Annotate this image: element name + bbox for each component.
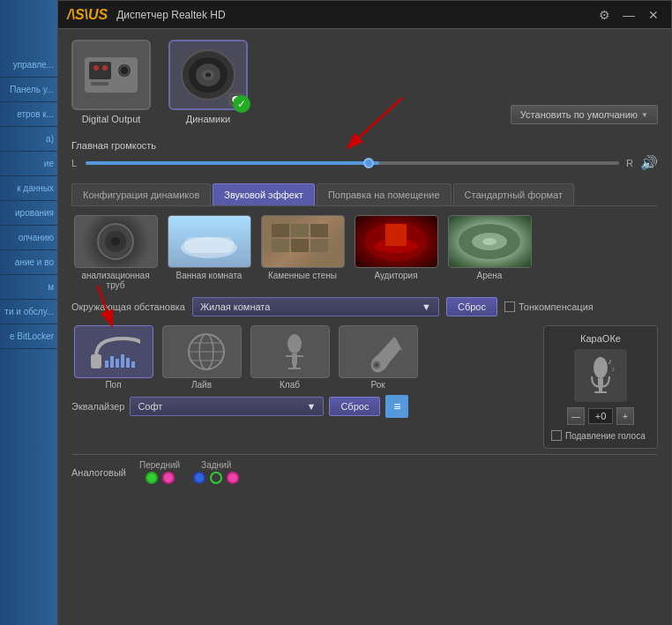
effect-canalization-thumb bbox=[74, 215, 158, 268]
eq-preset-live[interactable]: Лайв bbox=[160, 325, 243, 390]
titlebar: /\S\US Диспетчер Realtek HD ⚙ — ✕ bbox=[58, 1, 671, 29]
karaoke-minus-button[interactable]: — bbox=[567, 407, 585, 425]
effect-arena[interactable]: Арена bbox=[445, 215, 534, 290]
eq-preset-pop[interactable]: Поп bbox=[71, 325, 155, 390]
svg-rect-47 bbox=[292, 353, 297, 364]
svg-rect-39 bbox=[126, 358, 130, 368]
sidebar-item-5[interactable]: ие bbox=[0, 152, 57, 176]
sidebar-item-8[interactable]: олчанию bbox=[0, 226, 57, 250]
eq-preset-rock[interactable]: Рок bbox=[336, 325, 420, 390]
effect-bathroom-thumb bbox=[168, 215, 251, 268]
analog-front-ports: Передний bbox=[139, 460, 180, 484]
device-digital-output[interactable]: Digital Output bbox=[71, 40, 151, 124]
svg-rect-4 bbox=[91, 82, 108, 86]
content-area: Digital Output 💬 ✓ Динамики bbox=[58, 29, 671, 625]
environment-select[interactable]: Жилая комната ▼ bbox=[192, 297, 439, 316]
svg-rect-40 bbox=[131, 361, 135, 368]
svg-rect-22 bbox=[291, 239, 309, 252]
tonecomp-checkbox-item[interactable]: Тонкомпенсация bbox=[504, 301, 594, 312]
sidebar-item-11[interactable]: ти и обслу... bbox=[0, 300, 57, 324]
equalizer-reset-button[interactable]: Сброс bbox=[329, 397, 380, 416]
sidebar-item-6[interactable]: к данных bbox=[0, 176, 57, 201]
eq-dropdown-icon: ▼ bbox=[307, 401, 317, 412]
close-button[interactable]: ✕ bbox=[645, 8, 662, 22]
minimize-button[interactable]: — bbox=[620, 8, 638, 22]
analog-front-green-port[interactable] bbox=[146, 472, 158, 484]
tab-standard-format[interactable]: Стандартный формат bbox=[453, 183, 574, 205]
analog-back-green-port[interactable] bbox=[210, 472, 222, 484]
karaoke-section: КараОКе ♪ ♪ — +0 + bbox=[543, 325, 658, 449]
environment-reset-button[interactable]: Сброс bbox=[446, 297, 497, 316]
svg-rect-37 bbox=[116, 359, 119, 368]
sidebar-item-7[interactable]: ирования bbox=[0, 201, 57, 226]
device-speakers-icon-box: 💬 ✓ bbox=[168, 40, 248, 110]
karaoke-mic-icon: ♪ ♪ bbox=[574, 349, 627, 402]
sidebar-item-10[interactable]: м bbox=[0, 275, 57, 300]
device-speakers[interactable]: 💬 ✓ Динамики bbox=[168, 40, 248, 124]
tonecomp-checkbox[interactable] bbox=[504, 301, 515, 312]
volume-slider[interactable] bbox=[86, 156, 619, 170]
sidebar-item-2[interactable]: Панель у... bbox=[0, 78, 57, 102]
eq-preset-rock-label: Рок bbox=[370, 380, 385, 390]
analog-back-blue-port[interactable] bbox=[193, 472, 205, 484]
sidebar-item-12[interactable]: е BitLocker bbox=[0, 324, 57, 349]
karaoke-value: +0 bbox=[588, 408, 613, 424]
svg-point-52 bbox=[375, 363, 378, 367]
device-digital-output-icon-box bbox=[71, 40, 151, 110]
sidebar-item-1[interactable]: управле... bbox=[0, 53, 57, 78]
analog-back-pink-port[interactable] bbox=[227, 472, 239, 484]
volume-label: Главная громкость bbox=[71, 140, 658, 151]
eq-preset-club[interactable]: Клаб bbox=[248, 325, 332, 390]
effect-stone-label: Каменные стены bbox=[268, 271, 337, 280]
volume-thumb[interactable] bbox=[363, 158, 374, 168]
svg-rect-23 bbox=[310, 224, 328, 237]
svg-text:♪: ♪ bbox=[611, 365, 615, 373]
tab-speaker-config[interactable]: Конфигурация динамиков bbox=[71, 183, 211, 205]
analog-label: Аналоговый bbox=[71, 467, 126, 478]
effect-stone[interactable]: Каменные стены bbox=[258, 215, 347, 290]
effect-auditorium-label: Аудитория bbox=[374, 271, 417, 280]
volume-speaker-icon[interactable]: 🔊 bbox=[640, 154, 658, 171]
effect-auditorium[interactable]: Аудитория bbox=[352, 215, 440, 290]
tonecomp-label: Тонкомпенсация bbox=[519, 301, 594, 312]
eq-select-row: Эквалайзер Софт ▼ Сброс ≡ bbox=[71, 395, 534, 418]
volume-section: Главная громкость L R 🔊 bbox=[71, 135, 658, 176]
guitar-icon bbox=[352, 330, 405, 374]
set-default-container: Установить по умолчанию ▼ bbox=[511, 105, 658, 124]
effect-stone-thumb bbox=[261, 215, 345, 268]
analog-row: Аналоговый Передний Задний bbox=[71, 454, 658, 484]
svg-point-46 bbox=[287, 334, 302, 353]
tab-room-correction[interactable]: Поправка на помещение bbox=[317, 183, 452, 205]
svg-point-16 bbox=[111, 237, 120, 246]
volume-row: L R 🔊 bbox=[71, 154, 658, 171]
sidebar-item-9[interactable]: ание и во bbox=[0, 250, 57, 275]
sidebar-item-3[interactable]: етров к... bbox=[0, 102, 57, 127]
svg-point-11 bbox=[205, 72, 211, 77]
eq-preset-live-label: Лайв bbox=[191, 380, 212, 390]
effect-canalization-label: анализационная труб bbox=[71, 271, 160, 290]
analog-front-pink-port[interactable] bbox=[162, 472, 175, 484]
tab-sound-effect[interactable]: Звуковой эффект bbox=[213, 183, 315, 205]
equalizer-bars-button[interactable]: ≡ bbox=[385, 395, 408, 418]
equalizer-select[interactable]: Софт ▼ bbox=[130, 397, 324, 416]
suppress-checkbox[interactable] bbox=[551, 430, 562, 441]
settings-icon[interactable]: ⚙ bbox=[595, 8, 613, 22]
asus-logo: /\S\US bbox=[67, 7, 108, 23]
bathroom-icon bbox=[174, 219, 244, 264]
effect-auditorium-thumb bbox=[355, 215, 438, 268]
svg-point-53 bbox=[594, 357, 608, 378]
main-window: /\S\US Диспетчер Realtek HD ⚙ — ✕ bbox=[57, 0, 672, 625]
environment-selected-value: Жилая комната bbox=[200, 301, 270, 312]
effect-canalization[interactable]: анализационная труб bbox=[71, 215, 160, 290]
environment-label: Окружающая обстановка bbox=[71, 301, 185, 312]
sidebar-item-4[interactable]: а) bbox=[0, 127, 57, 152]
canalization-icon bbox=[80, 219, 151, 264]
eq-preset-club-label: Клаб bbox=[280, 380, 300, 390]
eq-presets-row: Поп Лайв bbox=[71, 325, 534, 390]
analog-front-dots bbox=[146, 472, 175, 484]
karaoke-plus-button[interactable]: + bbox=[616, 407, 634, 425]
set-default-button[interactable]: Установить по умолчанию ▼ bbox=[511, 105, 658, 124]
effect-bathroom[interactable]: Ванная комната bbox=[165, 215, 253, 290]
svg-rect-18 bbox=[184, 237, 234, 253]
set-default-label: Установить по умолчанию bbox=[520, 109, 638, 120]
